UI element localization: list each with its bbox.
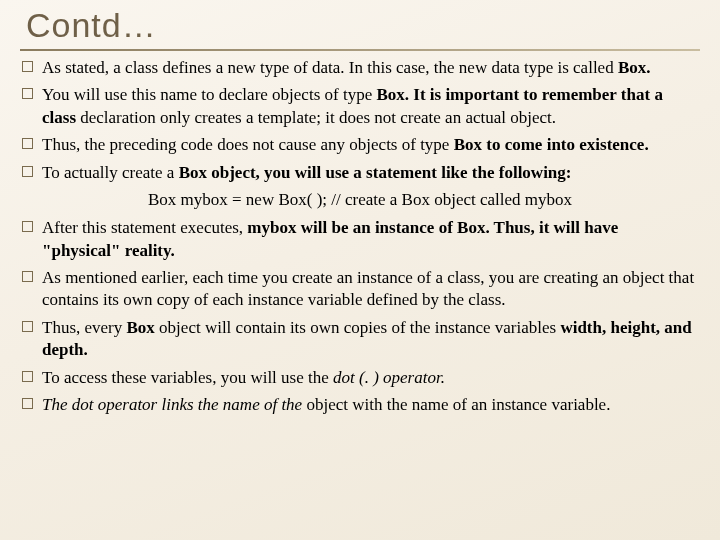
list-item: As stated, a class defines a new type of… (20, 57, 700, 79)
list-item: To actually create a Box object, you wil… (20, 162, 700, 184)
list-item: You will use this name to declare object… (20, 84, 700, 129)
bullet-list-continued: After this statement executes, mybox wil… (20, 217, 700, 417)
list-item: Thus, every Box object will contain its … (20, 317, 700, 362)
title-underline (20, 49, 700, 51)
list-item: The dot operator links the name of the o… (20, 394, 700, 416)
slide: Contd… As stated, a class defines a new … (0, 0, 720, 540)
list-item: To access these variables, you will use … (20, 367, 700, 389)
bullet-list: As stated, a class defines a new type of… (20, 57, 700, 184)
list-item: After this statement executes, mybox wil… (20, 217, 700, 262)
code-line: Box mybox = new Box( ); // create a Box … (20, 189, 700, 212)
page-title: Contd… (26, 6, 700, 45)
list-item: As mentioned earlier, each time you crea… (20, 267, 700, 312)
list-item: Thus, the preceding code does not cause … (20, 134, 700, 156)
